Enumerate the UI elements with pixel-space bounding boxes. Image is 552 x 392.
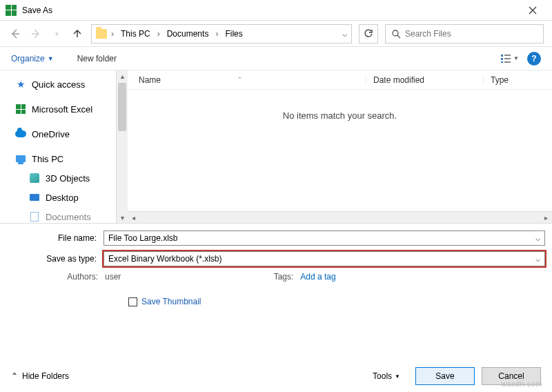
chevron-right-icon: › <box>215 29 218 39</box>
watermark: wsxdn.com <box>501 380 542 388</box>
cloud-icon <box>15 128 26 139</box>
sidebar-item-label: 3D Objects <box>46 173 90 184</box>
tags-link[interactable]: Add a tag <box>300 272 335 282</box>
up-button[interactable] <box>70 27 84 41</box>
svg-point-0 <box>393 30 398 36</box>
authors-value[interactable]: user <box>105 272 121 282</box>
tools-menu[interactable]: Tools▼ <box>373 371 400 381</box>
svg-rect-3 <box>501 61 503 63</box>
breadcrumb-item[interactable]: This PC <box>118 28 153 40</box>
horizontal-scrollbar[interactable]: ◂▸ <box>128 211 552 223</box>
back-button[interactable] <box>8 27 22 41</box>
svg-rect-4 <box>504 55 511 56</box>
sidebar-item-label: Microsoft Excel <box>32 104 92 115</box>
tags-label: Tags: <box>266 272 300 282</box>
new-folder-button[interactable]: New folder <box>77 54 117 63</box>
sidebar-item-excel[interactable]: Microsoft Excel <box>0 99 128 119</box>
filename-label: File name: <box>7 233 103 243</box>
close-button[interactable] <box>519 1 546 20</box>
chevron-right-icon: › <box>111 29 114 39</box>
sidebar: ★Quick access Microsoft Excel OneDrive T… <box>0 70 128 223</box>
save-button[interactable]: Save <box>415 367 475 385</box>
column-type[interactable]: Type <box>483 75 552 85</box>
sort-indicator-icon: ⌃ <box>237 76 242 84</box>
toolbar: Organize▼ New folder ▼ ? <box>0 47 552 70</box>
column-date[interactable]: Date modified <box>366 75 483 85</box>
refresh-icon <box>364 29 373 39</box>
scroll-thumb[interactable] <box>118 83 126 131</box>
chevron-down-icon[interactable]: ⌵ <box>535 233 540 243</box>
file-list-panel: Name⌃ Date modified Type No items match … <box>128 70 552 223</box>
sidebar-scrollbar[interactable]: ▴▾ <box>116 70 128 223</box>
content-area: ★Quick access Microsoft Excel OneDrive T… <box>0 70 552 224</box>
scroll-left-icon[interactable]: ◂ <box>128 214 139 222</box>
hide-folders-button[interactable]: ⌃Hide Folders <box>11 371 69 381</box>
close-icon <box>529 6 537 14</box>
breadcrumb-item[interactable]: Files <box>222 28 245 40</box>
document-icon <box>29 211 40 222</box>
chevron-down-icon[interactable]: ⌵ <box>342 29 347 39</box>
sidebar-item-3d-objects[interactable]: 3D Objects <box>0 168 128 188</box>
sidebar-item-label: Desktop <box>46 193 79 203</box>
sidebar-item-label: Quick access <box>32 79 85 90</box>
sidebar-item-documents[interactable]: Documents <box>0 207 128 226</box>
save-thumbnail-label[interactable]: Save Thumbnail <box>141 297 201 306</box>
footer: ⌃Hide Folders Tools▼ Save Cancel <box>0 367 552 385</box>
refresh-button[interactable] <box>359 24 378 43</box>
window-title: Save As <box>22 6 52 15</box>
saveastype-label: Save as type: <box>7 254 103 264</box>
breadcrumb[interactable]: › This PC › Documents › Files ⌵ <box>91 24 352 43</box>
sidebar-item-desktop[interactable]: Desktop <box>0 188 128 207</box>
search-input[interactable] <box>405 29 538 39</box>
chevron-down-icon[interactable]: ⌵ <box>535 254 540 264</box>
organize-label: Organize <box>11 54 45 63</box>
sidebar-item-label: Documents <box>46 212 91 222</box>
pc-icon <box>15 153 26 164</box>
empty-message: No items match your search. <box>128 90 552 211</box>
recent-dropdown[interactable]: ▾ <box>50 27 63 41</box>
arrow-up-icon <box>72 29 82 39</box>
svg-rect-5 <box>504 58 511 59</box>
svg-rect-1 <box>501 55 503 57</box>
forward-button[interactable] <box>29 27 43 41</box>
sidebar-item-label: OneDrive <box>32 129 70 139</box>
folder-icon <box>96 29 107 39</box>
svg-rect-6 <box>504 61 511 63</box>
excel-icon <box>6 5 17 16</box>
sidebar-item-quick-access[interactable]: ★Quick access <box>0 75 128 94</box>
authors-label: Authors: <box>41 272 105 282</box>
view-options-button[interactable]: ▼ <box>500 54 519 63</box>
sidebar-item-label: This PC <box>32 154 63 164</box>
chevron-right-icon: › <box>157 29 160 39</box>
nav-row: ▾ › This PC › Documents › Files ⌵ <box>0 21 552 47</box>
sidebar-item-this-pc[interactable]: This PC <box>0 149 128 168</box>
search-icon <box>391 29 401 39</box>
chevron-down-icon: ▼ <box>395 373 400 380</box>
column-name[interactable]: Name⌃ <box>128 75 366 85</box>
star-icon: ★ <box>15 79 26 90</box>
organize-menu[interactable]: Organize▼ <box>11 54 54 63</box>
excel-icon <box>15 104 26 115</box>
svg-rect-2 <box>501 58 503 60</box>
cube-icon <box>29 173 40 184</box>
chevron-down-icon: ▼ <box>513 55 519 61</box>
breadcrumb-item[interactable]: Documents <box>164 28 212 40</box>
scroll-up-icon[interactable]: ▴ <box>121 70 124 81</box>
help-button[interactable]: ? <box>527 52 541 66</box>
chevron-up-icon: ⌃ <box>11 371 18 381</box>
sidebar-item-onedrive[interactable]: OneDrive <box>0 124 128 144</box>
desktop-icon <box>29 192 40 203</box>
save-thumbnail-checkbox[interactable] <box>128 297 137 306</box>
chevron-down-icon: ▼ <box>48 55 54 62</box>
scroll-right-icon[interactable]: ▸ <box>540 214 552 222</box>
column-headers: Name⌃ Date modified Type <box>128 70 552 90</box>
arrow-right-icon <box>30 28 41 39</box>
save-form: File name: File Too Large.xlsb⌵ Save as … <box>0 224 552 309</box>
arrow-left-icon <box>10 28 21 39</box>
scroll-down-icon[interactable]: ▾ <box>121 212 124 223</box>
saveastype-select[interactable]: Excel Binary Workbook (*.xlsb)⌵ <box>103 251 545 266</box>
search-box[interactable] <box>385 24 544 43</box>
title-bar: Save As <box>0 0 552 21</box>
list-icon <box>500 54 511 63</box>
filename-input[interactable]: File Too Large.xlsb⌵ <box>103 231 545 246</box>
